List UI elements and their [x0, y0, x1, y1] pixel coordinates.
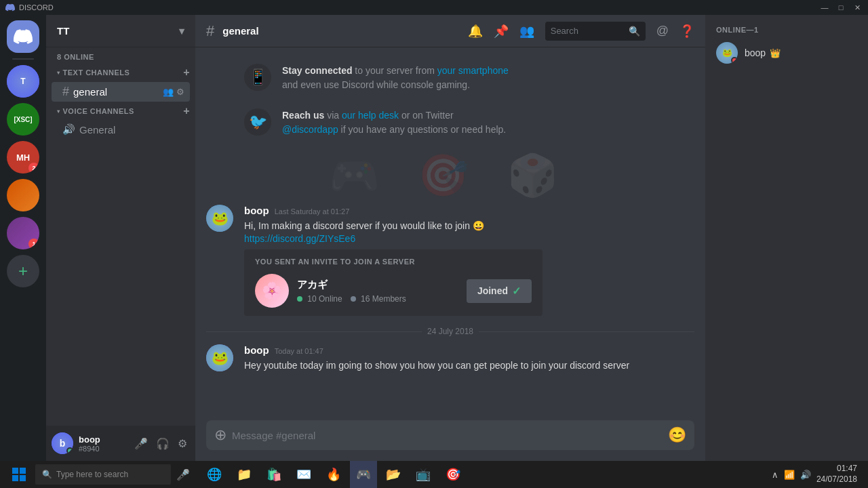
add-voice-channel-button[interactable]: +	[183, 105, 190, 117]
smartphone-link[interactable]: your smartphone	[437, 65, 509, 76]
date-separator: 24 July 2018	[195, 321, 705, 342]
server-icon-tt[interactable]: T	[7, 65, 39, 98]
minimize-button[interactable]: —	[819, 3, 830, 12]
message-link-1[interactable]: https://discord.gg/ZIYsEe6	[244, 233, 694, 244]
taskbar-app-folder[interactable]: 📁	[231, 461, 258, 488]
invite-card-1: YOU SENT AN INVITE TO JOIN A SERVER 🌸 アカ…	[244, 249, 542, 316]
system-text-console: and even use Discord while console gamin…	[282, 79, 470, 90]
message-username-1[interactable]: boop	[244, 205, 269, 216]
current-user-name: boop	[79, 434, 126, 445]
voice-channel-list: 🔊 General	[46, 120, 195, 139]
channel-settings-icon[interactable]: ⚙	[176, 87, 184, 97]
tray-sound-icon[interactable]: 🔊	[800, 470, 811, 480]
taskbar-app-game[interactable]: 🎯	[439, 461, 467, 488]
maximize-button[interactable]: □	[835, 3, 846, 12]
category-text-label: TEXT CHANNELS	[63, 68, 130, 77]
add-text-channel-button[interactable]: +	[183, 66, 190, 79]
taskbar-apps: 🌐 📁 🛍️ ✉️ 🔥 🎮 📂 📺 🎯	[201, 461, 467, 488]
server-icon-mh[interactable]: MH 2	[7, 141, 39, 174]
discordapp-twitter-link[interactable]: @discordapp	[282, 124, 338, 135]
message-add-attachment-button[interactable]: ⊕	[214, 426, 226, 444]
message-timestamp-2: Today at 01:47	[275, 347, 323, 355]
server-header-arrow-icon: ▾	[179, 25, 184, 37]
category-voice-channels[interactable]: ▾ VOICE CHANNELS +	[46, 102, 195, 120]
server-icon-5[interactable]: 1	[7, 217, 39, 249]
taskbar-app-filemanager[interactable]: 📂	[380, 461, 407, 488]
message-input[interactable]	[232, 423, 663, 448]
invite-stats: 10 Online 16 Members	[297, 294, 458, 304]
main-content: # general 🔔 📌 👥 🔍 @ ❓ 📱 Stay connected	[195, 15, 705, 461]
server-badge-5: 1	[28, 239, 39, 249]
user-bar: b boop #8940 🎤 🎧 ⚙	[46, 426, 195, 461]
taskbar-time: 01:47	[816, 464, 857, 474]
server-icon-discord[interactable]	[7, 20, 39, 53]
taskbar-cortana-mic-icon[interactable]: 🎤	[171, 468, 195, 481]
joined-button[interactable]: Joined ✓	[467, 279, 532, 303]
taskbar-clock[interactable]: 01:47 24/07/2018	[816, 464, 857, 485]
message-timestamp-1: Last Saturday at 01:27	[275, 207, 350, 216]
notification-bell-icon[interactable]: 🔔	[468, 24, 483, 39]
titlebar-left: DISCORD	[5, 3, 54, 12]
tray-expand-icon[interactable]: ∧	[772, 470, 778, 480]
right-sidebar: ONLINE—1 🐸 boop 👑	[705, 15, 868, 461]
help-desk-link[interactable]: our help desk	[342, 110, 399, 121]
taskbar-app-mail[interactable]: ✉️	[290, 461, 317, 488]
taskbar-app-firefox[interactable]: 🔥	[320, 461, 347, 488]
members-list-icon[interactable]: 👥	[519, 24, 534, 39]
start-button[interactable]	[5, 461, 33, 488]
channel-header: # general 🔔 📌 👥 🔍 @ ❓	[195, 15, 705, 47]
search-box[interactable]: 🔍	[545, 22, 646, 41]
header-right: 🔔 📌 👥 🔍 @ ❓	[468, 22, 694, 41]
taskbar-app-discord[interactable]: 🎮	[350, 461, 377, 488]
server-header[interactable]: TT ▾	[46, 15, 195, 47]
category-text-channels[interactable]: ▾ TEXT CHANNELS +	[46, 64, 195, 81]
message-1: 🐸 boop Last Saturday at 01:27 Hi, Im mak…	[195, 202, 705, 319]
check-icon: ✓	[512, 285, 521, 298]
twitter-icon: 🐦	[244, 108, 271, 136]
crown-icon: 👑	[770, 48, 781, 58]
taskbar-search-input[interactable]	[56, 470, 164, 479]
taskbar-search-icon: 🔍	[42, 470, 52, 479]
category-voice-label: VOICE CHANNELS	[63, 107, 134, 115]
members-count-text: 16 Members	[361, 294, 406, 304]
message-input-box: ⊕ 😊	[206, 420, 694, 450]
user-controls: 🎤 🎧 ⚙	[132, 434, 190, 453]
mute-button[interactable]: 🎤	[132, 434, 151, 453]
date-line-right	[479, 331, 694, 332]
discord-logo-icon	[5, 3, 15, 12]
search-input[interactable]	[551, 26, 625, 36]
pin-icon[interactable]: 📌	[494, 24, 509, 39]
add-server-button[interactable]: +	[7, 255, 39, 287]
taskbar-app-store[interactable]: 🛍️	[260, 461, 288, 488]
online-user-name-boop: boop 👑	[745, 47, 781, 58]
online-count-text: 10 Online	[307, 294, 342, 304]
taskbar-app-edge[interactable]: 🌐	[201, 461, 228, 488]
help-icon[interactable]: ❓	[679, 24, 694, 39]
message-username-2[interactable]: boop	[244, 344, 269, 356]
system-info-twitter: 🐦 Reach us via our help desk or on Twitt…	[195, 103, 705, 142]
online-user-boop[interactable]: 🐸 boop 👑	[716, 39, 857, 66]
svg-rect-1	[20, 468, 26, 474]
channel-item-general[interactable]: # general 👥 ⚙	[52, 82, 190, 102]
invite-server-info: アカギ 10 Online 16 Members	[297, 279, 458, 304]
close-button[interactable]: ✕	[852, 3, 863, 12]
tray-network-icon[interactable]: 📶	[784, 470, 795, 480]
deafen-button[interactable]: 🎧	[153, 434, 172, 453]
emoji-picker-button[interactable]: 😊	[668, 426, 686, 444]
channel-sidebar: TT ▾ 8 ONLINE ▾ TEXT CHANNELS + # genera…	[46, 15, 195, 461]
app-container: T [XSC] MH 2 1 + TT ▾ 8 ONLINE	[0, 15, 868, 461]
voice-channel-general[interactable]: 🔊 General	[52, 121, 190, 138]
invite-card-body: 🌸 アカギ 10 Online	[255, 274, 532, 308]
message-2: 🐸 boop Today at 01:47 Hey youtube today …	[195, 342, 705, 375]
titlebar-controls: — □ ✕	[819, 3, 863, 12]
server-icon-xsc[interactable]: [XSC]	[7, 103, 39, 136]
voice-speaker-icon: 🔊	[62, 123, 75, 136]
blurred-decorative-area: 🎮 🎯 🎲	[244, 148, 656, 202]
server-icon-4[interactable]	[7, 179, 39, 211]
taskbar-search-box[interactable]: 🔍	[35, 464, 171, 485]
online-dot-icon	[297, 296, 302, 302]
mention-icon[interactable]: @	[656, 24, 669, 38]
taskbar-app-twitch[interactable]: 📺	[410, 461, 437, 488]
user-settings-button[interactable]: ⚙	[175, 434, 190, 453]
channel-hash-icon: #	[62, 85, 69, 99]
